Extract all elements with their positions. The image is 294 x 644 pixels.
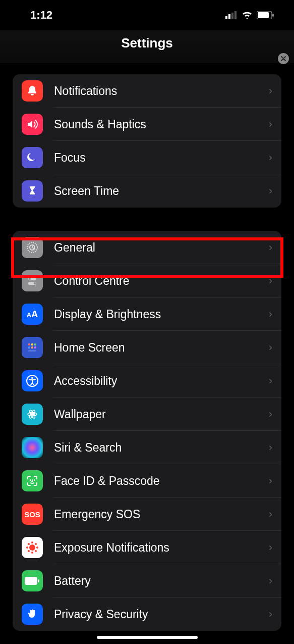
flower-icon [22, 404, 43, 425]
row-label: General [54, 241, 269, 255]
accessibility-icon [22, 370, 43, 391]
apps-grid-icon [22, 337, 43, 358]
chevron-right-icon: › [269, 408, 272, 421]
row-label: Display & Brightness [54, 308, 269, 321]
svg-point-22 [31, 377, 33, 379]
row-label: Screen Time [54, 184, 269, 198]
status-indicators [225, 11, 274, 19]
row-label: Exposure Notifications [54, 541, 269, 555]
svg-rect-3 [234, 11, 237, 19]
settings-group-2: General › Control Centre › AA Display & … [13, 231, 281, 631]
row-label: Sounds & Haptics [54, 118, 269, 131]
chevron-right-icon: › [269, 508, 272, 521]
row-privacy-security[interactable]: Privacy & Security › [13, 598, 281, 631]
cellular-icon [225, 11, 238, 19]
close-icon [281, 56, 286, 61]
close-button[interactable] [278, 53, 289, 64]
svg-rect-15 [31, 343, 33, 345]
svg-rect-1 [228, 14, 230, 19]
row-label: Battery [54, 574, 269, 588]
row-home-screen[interactable]: Home Screen › [13, 331, 281, 364]
svg-rect-6 [272, 14, 274, 17]
row-emergency-sos[interactable]: SOS Emergency SOS › [13, 498, 281, 531]
row-label: Wallpaper [54, 408, 269, 421]
status-bar: 1:12 [0, 0, 294, 30]
hand-icon [22, 604, 43, 625]
row-notifications[interactable]: Notifications › [13, 74, 281, 108]
chevron-right-icon: › [269, 84, 272, 97]
svg-rect-7 [28, 92, 36, 93]
svg-rect-37 [38, 579, 39, 582]
row-battery[interactable]: Battery › [13, 564, 281, 598]
svg-point-35 [35, 550, 37, 552]
home-indicator[interactable] [97, 636, 198, 639]
page-title: Settings [0, 35, 294, 51]
sos-icon: SOS [22, 504, 43, 525]
header: Settings [0, 30, 294, 63]
svg-rect-19 [34, 346, 36, 349]
bell-icon [22, 80, 43, 102]
gear-icon [22, 237, 43, 258]
row-label: Privacy & Security [54, 608, 269, 621]
svg-rect-0 [225, 16, 227, 19]
row-label: Home Screen [54, 341, 269, 355]
faceid-icon [22, 470, 43, 491]
moon-icon [22, 147, 43, 168]
text-size-icon: AA [22, 304, 43, 325]
chevron-right-icon: › [269, 374, 272, 387]
speaker-icon [22, 114, 43, 135]
row-label: Siri & Search [54, 441, 269, 455]
row-exposure-notifications[interactable]: Exposure Notifications › [13, 531, 281, 564]
chevron-right-icon: › [269, 184, 272, 197]
chevron-right-icon: › [269, 441, 272, 454]
row-wallpaper[interactable]: Wallpaper › [13, 398, 281, 431]
settings-group-1: Notifications › Sounds & Haptics › Focus… [13, 74, 281, 208]
svg-rect-36 [25, 577, 37, 585]
chevron-right-icon: › [269, 118, 272, 131]
svg-point-27 [29, 544, 35, 551]
chevron-right-icon: › [269, 241, 272, 254]
row-screen-time[interactable]: Screen Time › [13, 174, 281, 208]
chevron-right-icon: › [269, 274, 272, 287]
chevron-right-icon: › [269, 574, 272, 587]
row-label: Control Centre [54, 274, 269, 288]
row-label: Face ID & Passcode [54, 474, 269, 488]
chevron-right-icon: › [269, 151, 272, 164]
row-general[interactable]: General › [13, 231, 281, 264]
battery-row-icon [22, 570, 43, 591]
chevron-right-icon: › [269, 474, 272, 487]
svg-point-28 [31, 541, 33, 543]
switches-icon [22, 270, 43, 291]
svg-point-31 [36, 547, 38, 549]
svg-rect-20 [28, 350, 36, 352]
row-label: Notifications [54, 84, 269, 98]
svg-point-13 [34, 282, 36, 284]
row-display-brightness[interactable]: AA Display & Brightness › [13, 298, 281, 331]
row-siri-search[interactable]: Siri & Search › [13, 431, 281, 464]
row-sounds-haptics[interactable]: Sounds & Haptics › [13, 108, 281, 141]
row-focus[interactable]: Focus › [13, 141, 281, 174]
chevron-right-icon: › [269, 608, 272, 621]
svg-point-30 [26, 547, 28, 549]
svg-rect-14 [28, 343, 30, 345]
row-label: Emergency SOS [54, 508, 269, 521]
svg-rect-2 [231, 13, 233, 19]
svg-point-11 [29, 278, 31, 280]
svg-point-33 [35, 543, 37, 545]
row-faceid-passcode[interactable]: Face ID & Passcode › [13, 464, 281, 498]
exposure-icon [22, 537, 43, 558]
svg-rect-16 [34, 343, 36, 345]
hourglass-icon [22, 180, 43, 202]
svg-point-32 [28, 543, 30, 545]
status-time: 1:12 [30, 9, 52, 22]
row-control-centre[interactable]: Control Centre › [13, 264, 281, 298]
chevron-right-icon: › [269, 541, 272, 554]
wifi-icon [242, 11, 253, 19]
svg-rect-18 [31, 346, 33, 349]
row-label: Focus [54, 151, 269, 165]
row-label: Accessibility [54, 374, 269, 388]
chevron-right-icon: › [269, 308, 272, 321]
row-accessibility[interactable]: Accessibility › [13, 364, 281, 398]
svg-rect-17 [28, 346, 30, 349]
svg-point-34 [28, 550, 30, 552]
